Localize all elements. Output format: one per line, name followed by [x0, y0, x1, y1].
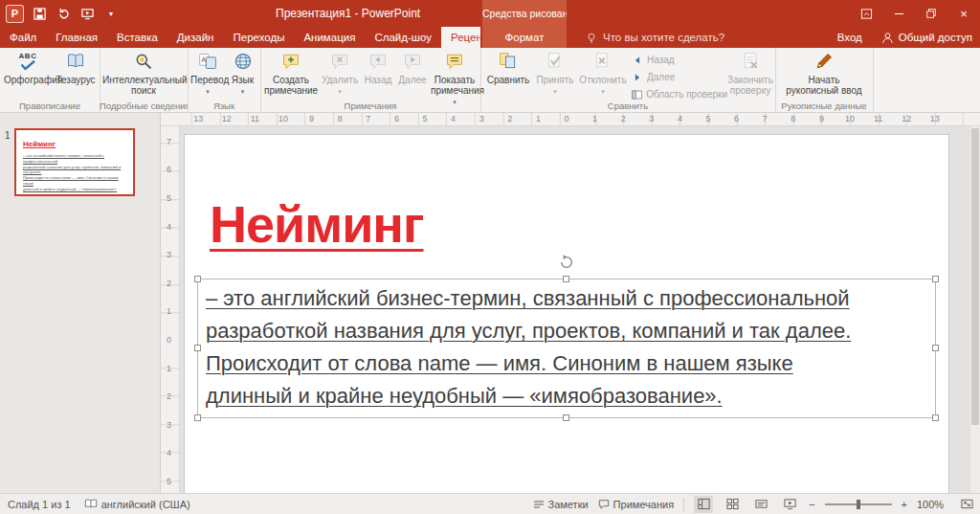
- contextual-tab-header: Средства рисования: [482, 0, 567, 27]
- fit-slide-button[interactable]: [957, 496, 976, 513]
- resize-handle-s[interactable]: [563, 414, 569, 421]
- resize-handle-ne[interactable]: [932, 276, 939, 282]
- tab-transitions[interactable]: Переходы: [223, 27, 294, 48]
- previous-comment-button[interactable]: Назад: [362, 50, 394, 85]
- reviewing-pane-button[interactable]: Область проверки: [632, 87, 727, 101]
- minimize-button[interactable]: [882, 0, 915, 27]
- fit-slide-icon: [961, 498, 973, 510]
- compare-next-button[interactable]: Далее: [632, 70, 727, 84]
- account-area: Вход Общий доступ: [837, 27, 972, 48]
- next-comment-icon: [403, 50, 422, 73]
- spelling-button[interactable]: ABC Орфография: [4, 50, 52, 85]
- delete-comment-button[interactable]: Удалить▾: [320, 50, 360, 96]
- delete-comment-icon: [330, 50, 349, 73]
- dropdown-arrow-icon: ▾: [241, 88, 245, 95]
- ruler-number: 0: [167, 335, 171, 345]
- smart-lookup-icon: [134, 50, 153, 73]
- tab-slideshow[interactable]: Слайд-шоу: [365, 27, 441, 48]
- ruler-number: 11: [251, 114, 259, 123]
- accept-button[interactable]: Принять▾: [534, 50, 576, 96]
- close-button[interactable]: ×: [947, 0, 980, 27]
- ruler-number: 10: [278, 114, 288, 123]
- compare-button[interactable]: Сравнить: [484, 50, 532, 85]
- ruler-number: 1: [167, 306, 171, 316]
- thumbnail-slide-body: – это английский бизнес-термин, связанны…: [23, 153, 126, 192]
- save-button[interactable]: [31, 2, 48, 25]
- scrollbar-thumb[interactable]: [971, 128, 979, 425]
- normal-view-button[interactable]: [694, 496, 713, 513]
- ruler-number: 8: [791, 114, 795, 123]
- reject-button[interactable]: Отклонить▾: [578, 50, 628, 96]
- customize-qat-button[interactable]: ▾: [102, 2, 120, 25]
- language-button[interactable]: Язык▾: [227, 50, 258, 96]
- vertical-scrollbar[interactable]: [970, 126, 980, 493]
- slide-sorter-view-button[interactable]: [723, 496, 742, 513]
- tell-me-box[interactable]: Что вы хотите сделать?: [586, 27, 724, 48]
- resize-handle-e[interactable]: [932, 345, 939, 351]
- slideshow-view-icon: [784, 498, 796, 510]
- ruler-number: 2: [507, 114, 512, 123]
- compare-previous-button[interactable]: Назад: [632, 53, 727, 67]
- zoom-slider[interactable]: [825, 503, 892, 505]
- resize-handle-sw[interactable]: [194, 414, 201, 421]
- ruler-number: 11: [874, 114, 882, 123]
- tab-home[interactable]: Главная: [46, 27, 107, 48]
- next-comment-button[interactable]: Далее: [396, 50, 429, 85]
- translate-button[interactable]: Перевод▾: [190, 50, 225, 96]
- tab-animations[interactable]: Анимация: [294, 27, 365, 48]
- zoom-out-button[interactable]: −: [809, 499, 814, 510]
- zoom-slider-thumb[interactable]: [857, 500, 860, 509]
- resize-handle-n[interactable]: [563, 276, 569, 282]
- start-slideshow-button[interactable]: [78, 2, 96, 25]
- thesaurus-icon: [66, 50, 85, 73]
- resize-handle-w[interactable]: [194, 345, 201, 351]
- dropdown-arrow-icon: ▾: [109, 10, 113, 18]
- language-status[interactable]: английский (США): [84, 499, 190, 510]
- slide-thumbnail[interactable]: Нейминг – это английский бизнес-термин, …: [14, 128, 135, 196]
- group-label-insights: Подробные сведения: [100, 101, 188, 111]
- thesaurus-button[interactable]: Тезаурус: [54, 50, 98, 85]
- smart-lookup-button[interactable]: Интеллектуальный поиск: [102, 50, 185, 96]
- thumbnail-slide-title: Нейминг: [23, 140, 56, 148]
- tab-format[interactable]: Формат: [482, 27, 567, 48]
- reading-view-button[interactable]: [751, 496, 770, 513]
- start-inking-button[interactable]: Начать рукописный ввод: [784, 50, 864, 96]
- tab-insert[interactable]: Вставка: [107, 27, 167, 48]
- end-review-button[interactable]: Закончить проверку: [727, 50, 773, 96]
- rotation-handle[interactable]: [559, 255, 574, 270]
- ribbon-group-language: Перевод▾ Язык▾ Язык: [188, 48, 261, 112]
- share-button[interactable]: Общий доступ: [881, 32, 972, 44]
- compare-nav-column: Назад Далее Область проверки: [632, 53, 727, 101]
- new-comment-button[interactable]: Создать примечание: [264, 50, 318, 96]
- zoom-level[interactable]: 100%: [917, 499, 947, 510]
- ruler-number: 2: [167, 391, 171, 401]
- body-line: Происходит от слова name — имя. Синоним …: [206, 347, 927, 380]
- ruler-number: 5: [422, 114, 427, 123]
- tab-review[interactable]: Рецензирование: [441, 27, 480, 48]
- tab-design[interactable]: Дизайн: [167, 27, 224, 48]
- slide[interactable]: Нейминг – это английский бизнес-термин, …: [184, 134, 949, 493]
- resize-handle-nw[interactable]: [194, 276, 201, 282]
- slide-thumbnail-pane: 1 Нейминг – это английский бизнес-термин…: [0, 113, 161, 493]
- resize-handle-se[interactable]: [932, 414, 939, 421]
- ruler-number: 7: [167, 137, 171, 146]
- powerpoint-app-icon[interactable]: P: [6, 5, 24, 23]
- slide-title-text[interactable]: Нейминг: [210, 194, 423, 254]
- notes-button[interactable]: Заметки: [533, 499, 589, 510]
- tab-file[interactable]: Файл: [0, 27, 46, 48]
- ribbon-display-options-button[interactable]: [850, 0, 882, 27]
- slideshow-view-button[interactable]: [780, 496, 799, 513]
- dropdown-arrow-icon: ▾: [206, 88, 210, 95]
- zoom-in-button[interactable]: +: [902, 499, 907, 510]
- undo-button[interactable]: [55, 2, 72, 25]
- ribbon-group-ink: Начать рукописный ввод Рукописные данные: [775, 48, 874, 112]
- ruler-number: 7: [763, 114, 768, 123]
- restore-button[interactable]: [915, 0, 947, 27]
- comments-button[interactable]: Примечания: [598, 499, 675, 510]
- sign-in-button[interactable]: Вход: [837, 32, 862, 43]
- show-comments-button[interactable]: Показать примечания ▾: [431, 50, 479, 107]
- slide-body-textbox[interactable]: – это английский бизнес-термин, связанны…: [197, 279, 936, 418]
- minimize-icon: [895, 13, 903, 14]
- body-line: длинный и крайне неудобный — «имяобразов…: [206, 380, 927, 413]
- ribbon-display-options-icon: [860, 8, 873, 20]
